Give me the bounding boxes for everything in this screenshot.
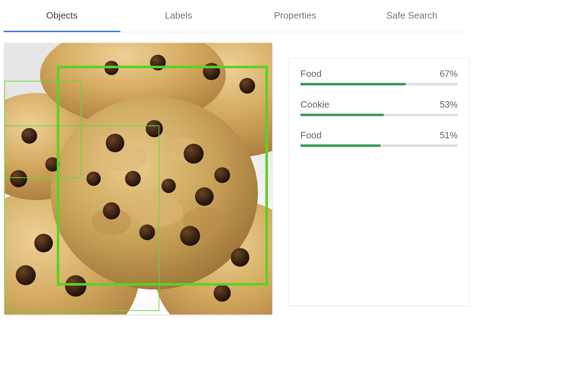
result-head: Food67% bbox=[300, 68, 458, 79]
results-panel: Food67%Cookie53%Food51% bbox=[289, 58, 469, 306]
svg-point-33 bbox=[231, 248, 249, 267]
tab-labels[interactable]: Labels bbox=[120, 0, 237, 32]
svg-point-19 bbox=[139, 224, 155, 240]
confidence-bar bbox=[300, 83, 458, 85]
svg-point-23 bbox=[21, 128, 37, 144]
svg-point-17 bbox=[195, 187, 214, 206]
tab-safe-search[interactable]: Safe Search bbox=[354, 0, 470, 32]
confidence-bar-fill bbox=[300, 144, 380, 147]
svg-point-21 bbox=[86, 172, 101, 186]
tab-properties[interactable]: Properties bbox=[237, 0, 354, 32]
tab-objects[interactable]: Objects bbox=[4, 0, 120, 32]
result-head: Food51% bbox=[300, 130, 458, 141]
content-area: Food67%Cookie53%Food51% bbox=[0, 32, 588, 315]
tab-label: Objects bbox=[46, 10, 78, 21]
svg-point-25 bbox=[10, 170, 27, 187]
svg-point-26 bbox=[34, 234, 53, 252]
result-percentage: 53% bbox=[440, 99, 458, 110]
svg-point-20 bbox=[180, 226, 200, 246]
svg-point-28 bbox=[65, 275, 86, 297]
tab-label: Labels bbox=[165, 10, 192, 21]
svg-point-13 bbox=[146, 120, 163, 137]
result-row[interactable]: Food67% bbox=[300, 68, 458, 85]
svg-point-29 bbox=[203, 63, 220, 80]
svg-point-15 bbox=[125, 171, 141, 187]
result-label: Food bbox=[300, 130, 322, 141]
svg-point-22 bbox=[214, 167, 230, 183]
svg-point-14 bbox=[184, 144, 204, 164]
result-percentage: 51% bbox=[440, 130, 458, 140]
result-label: Cookie bbox=[300, 99, 329, 110]
confidence-bar bbox=[300, 144, 458, 147]
confidence-bar-fill bbox=[300, 83, 406, 85]
cookies-photo-icon bbox=[4, 43, 272, 315]
svg-point-9 bbox=[133, 195, 183, 227]
svg-point-30 bbox=[239, 78, 255, 94]
result-head: Cookie53% bbox=[300, 99, 458, 110]
tab-label: Properties bbox=[274, 10, 317, 21]
svg-point-24 bbox=[45, 157, 60, 172]
result-row[interactable]: Food51% bbox=[300, 130, 458, 147]
svg-point-32 bbox=[150, 55, 166, 70]
confidence-bar-fill bbox=[300, 114, 384, 116]
tabs-bar: Objects Labels Properties Safe Search bbox=[4, 0, 470, 32]
svg-point-27 bbox=[16, 265, 36, 285]
result-label: Food bbox=[300, 68, 322, 79]
analyzed-image[interactable] bbox=[4, 43, 272, 315]
svg-point-12 bbox=[106, 134, 124, 152]
result-row[interactable]: Cookie53% bbox=[300, 99, 458, 116]
svg-point-31 bbox=[104, 61, 119, 75]
tab-label: Safe Search bbox=[386, 10, 437, 21]
result-percentage: 67% bbox=[440, 69, 458, 79]
svg-point-16 bbox=[161, 179, 176, 193]
confidence-bar bbox=[300, 114, 458, 116]
svg-point-34 bbox=[214, 284, 231, 302]
svg-point-18 bbox=[103, 202, 120, 219]
